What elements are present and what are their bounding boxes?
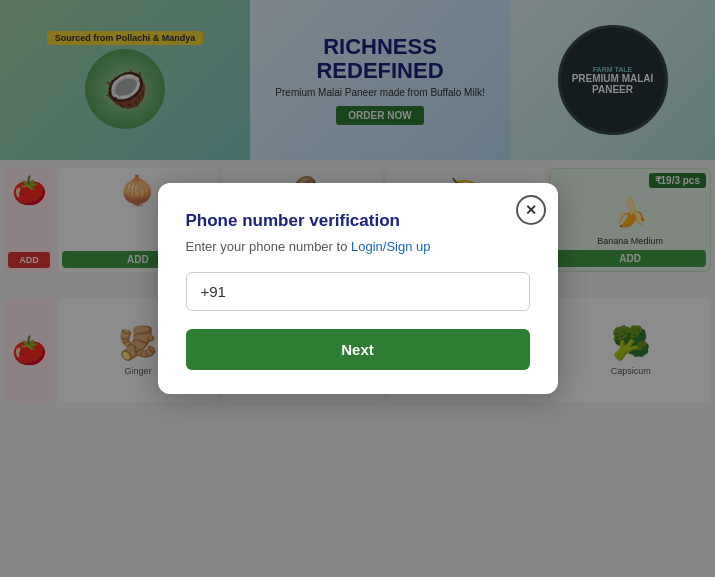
modal-subtitle: Enter your phone number to Login/Sign up	[186, 239, 530, 254]
login-signup-link[interactable]: Login/Sign up	[351, 239, 431, 254]
modal-overlay: ✕ Phone number verification Enter your p…	[0, 0, 715, 577]
close-icon: ✕	[525, 202, 537, 218]
close-button[interactable]: ✕	[516, 195, 546, 225]
phone-verification-modal: ✕ Phone number verification Enter your p…	[158, 183, 558, 394]
modal-title: Phone number verification	[186, 211, 530, 231]
phone-input-wrapper: +91	[186, 272, 530, 311]
next-button[interactable]: Next	[186, 329, 530, 370]
phone-prefix: +91	[201, 283, 226, 300]
phone-input[interactable]	[230, 283, 515, 300]
